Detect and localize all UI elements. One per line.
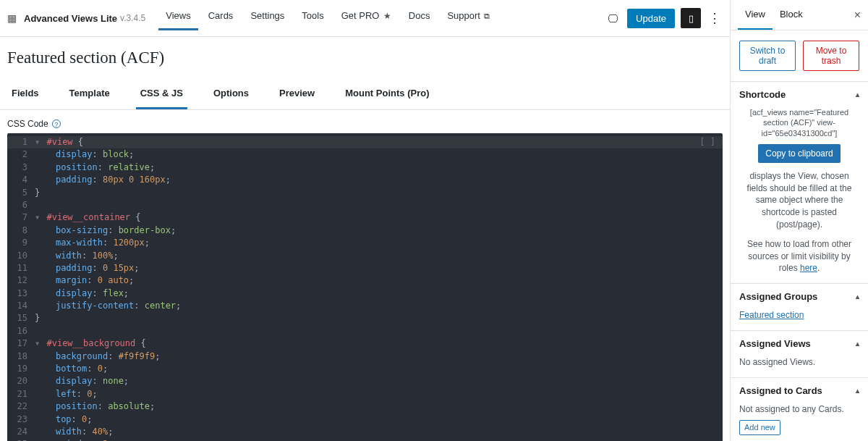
tab-template[interactable]: Template <box>65 80 114 109</box>
code-line[interactable]: 23 top: 0; <box>7 413 723 426</box>
top-nav: Views Cards Settings Tools Get PRO ★ Doc… <box>158 6 497 30</box>
content-area: CSS Code ? [ ] 1▾ #view {2 display: bloc… <box>0 110 730 441</box>
copy-clipboard-button[interactable]: Copy to clipboard <box>758 144 840 163</box>
update-button[interactable]: Update <box>627 9 675 28</box>
panel-shortcode-header[interactable]: Shortcode▴ <box>739 89 859 100</box>
shortcode-hint: See how to load from other sources or li… <box>739 238 859 274</box>
code-line[interactable]: 22 position: absolute; <box>7 400 723 413</box>
nav-views[interactable]: Views <box>158 6 197 30</box>
external-link-icon: ⧉ <box>482 12 490 20</box>
brand-name: Advanced Views Lite <box>24 13 117 24</box>
tab-preview[interactable]: Preview <box>275 80 319 109</box>
close-icon[interactable]: × <box>854 9 861 22</box>
page-title: Featured section (ACF) <box>0 37 730 76</box>
chevron-up-icon: ▴ <box>856 340 859 348</box>
code-line[interactable]: 16 <box>7 325 723 337</box>
views-text: No assigned Views. <box>739 356 859 369</box>
code-line[interactable]: 2 display: block; <box>7 148 723 161</box>
grid-icon: ▦ <box>7 12 17 24</box>
code-line[interactable]: 20 display: none; <box>7 375 723 387</box>
code-line[interactable]: 6 <box>7 199 723 211</box>
sidebar: View Block × Switch to draft Move to tra… <box>731 0 868 441</box>
tab-mount-points[interactable]: Mount Points (Pro) <box>341 80 433 109</box>
move-trash-button[interactable]: Move to trash <box>803 41 859 71</box>
section-tabs: Fields Template CSS & JS Options Preview… <box>0 80 730 110</box>
code-line[interactable]: 11 padding: 0 15px; <box>7 262 723 274</box>
code-line[interactable]: 3 position: relative; <box>7 161 723 174</box>
tab-css-js[interactable]: CSS & JS <box>136 80 187 109</box>
code-line[interactable]: 14 justify-content: center; <box>7 300 723 312</box>
laptop-icon[interactable]: 🖵 <box>608 12 618 25</box>
tab-options[interactable]: Options <box>209 80 253 109</box>
sidebar-actions: Switch to draft Move to trash <box>731 30 868 82</box>
sidetab-view[interactable]: View <box>738 0 773 30</box>
panel-groups-header[interactable]: Assigned Groups▴ <box>739 291 859 302</box>
code-line[interactable]: 12 margin: 0 auto; <box>7 274 723 287</box>
switch-draft-button[interactable]: Switch to draft <box>739 41 796 71</box>
group-link[interactable]: Featured section <box>739 310 804 320</box>
add-new-button[interactable]: Add new <box>739 420 780 435</box>
chevron-up-icon: ▴ <box>856 91 859 98</box>
code-line[interactable]: 7▾ #view__container { <box>7 211 723 224</box>
nav-settings[interactable]: Settings <box>243 6 292 30</box>
tab-fields[interactable]: Fields <box>7 80 43 109</box>
nav-getpro[interactable]: Get PRO ★ <box>334 6 399 30</box>
panel-views-header[interactable]: Assigned Views▴ <box>739 338 859 349</box>
panel-cards: Assigned to Cards▴ Not assigned to any C… <box>731 378 868 441</box>
panel-views: Assigned Views▴ No assigned Views. <box>731 331 868 378</box>
code-line[interactable]: 1▾ #view { <box>7 136 723 148</box>
nav-cards[interactable]: Cards <box>201 6 241 30</box>
code-line[interactable]: 15} <box>7 312 723 324</box>
chevron-up-icon: ▴ <box>856 387 859 395</box>
panel-shortcode: Shortcode▴ [acf_views name="Featured sec… <box>731 82 868 284</box>
more-options-icon[interactable]: ⋮ <box>708 10 721 26</box>
chevron-up-icon: ▴ <box>856 293 859 301</box>
code-line[interactable]: 5} <box>7 187 723 199</box>
code-line[interactable]: 10 width: 100%; <box>7 250 723 262</box>
cards-text: Not assigned to any Cards. <box>739 403 859 416</box>
bracket-match-icon: [ ] <box>699 136 715 148</box>
version-label: v.3.4.5 <box>120 13 145 23</box>
nav-support[interactable]: Support ⧉ <box>440 6 497 30</box>
code-line[interactable]: 21 left: 0; <box>7 388 723 400</box>
code-line[interactable]: 18 background: #f9f9f9; <box>7 350 723 363</box>
shortcode-desc: displays the View, chosen fields should … <box>739 170 859 231</box>
here-link[interactable]: here <box>800 263 817 273</box>
sidebar-toggle-icon[interactable]: ▯ <box>681 8 701 28</box>
code-line[interactable]: 9 max-width: 1200px; <box>7 237 723 249</box>
code-line[interactable]: 8 box-sizing: border-box; <box>7 224 723 237</box>
top-bar: ▦ Advanced Views Lite v.3.4.5 Views Card… <box>0 0 730 37</box>
sidebar-tabs: View Block × <box>731 0 868 30</box>
shortcode-text: [acf_views name="Featured section (ACF)"… <box>739 107 859 138</box>
nav-docs[interactable]: Docs <box>401 6 438 30</box>
code-line[interactable]: 25 z-index: 2; <box>7 438 723 441</box>
css-editor[interactable]: [ ] 1▾ #view {2 display: block;3 positio… <box>7 133 723 441</box>
star-icon: ★ <box>380 11 391 21</box>
code-line[interactable]: 4 padding: 80px 0 160px; <box>7 174 723 186</box>
code-line[interactable]: 17▾ #view__background { <box>7 337 723 350</box>
code-line[interactable]: 13 display: flex; <box>7 287 723 300</box>
panel-cards-header[interactable]: Assigned to Cards▴ <box>739 385 859 396</box>
code-line[interactable]: 24 width: 40%; <box>7 426 723 438</box>
sidetab-block[interactable]: Block <box>773 0 810 30</box>
nav-tools[interactable]: Tools <box>294 6 331 30</box>
panel-groups: Assigned Groups▴ Featured section <box>731 284 868 331</box>
code-line[interactable]: 19 bottom: 0; <box>7 363 723 375</box>
help-icon[interactable]: ? <box>52 119 61 128</box>
css-code-label: CSS Code ? <box>7 119 723 129</box>
